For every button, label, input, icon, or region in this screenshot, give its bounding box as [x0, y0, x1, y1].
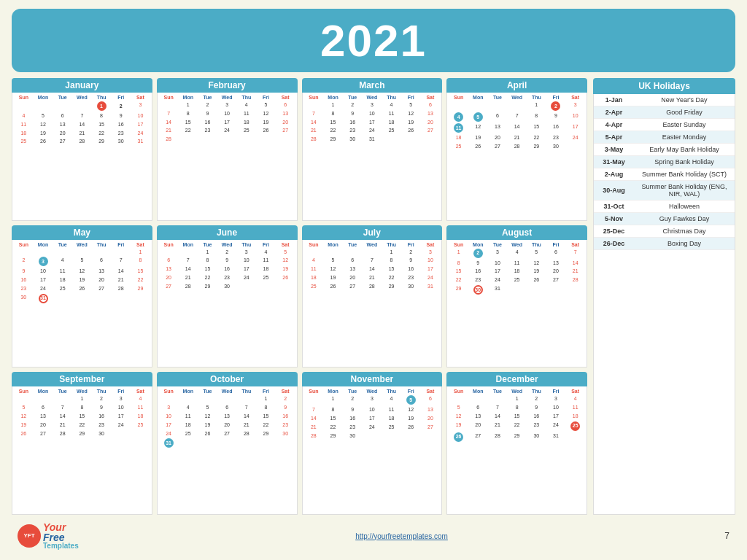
holiday-date: 30-Aug [594, 184, 634, 196]
holiday-name: Summer Bank Holiday (SCT) [634, 168, 735, 180]
day-cell: 14 [111, 267, 131, 276]
day-header-sun: Sun [14, 94, 34, 101]
day-cell: 24 [546, 421, 566, 432]
day-cell: 8 [131, 256, 150, 267]
day-cell: 17 [159, 421, 179, 429]
day-cell: 19 [198, 421, 217, 429]
day-cell: 20 [546, 267, 566, 276]
day-empty [72, 248, 92, 257]
day-header-mon: Mon [178, 241, 198, 248]
day-cell: 9 [546, 112, 566, 122]
day-header-tue: Tue [198, 388, 217, 394]
day-cell: 5 [468, 112, 488, 122]
day-cell: 17 [421, 265, 441, 273]
day-cell: 6 [546, 248, 566, 259]
day-empty [159, 248, 179, 257]
day-cell: 12 [401, 405, 421, 414]
day-cell: 4 [449, 112, 468, 122]
day-cell: 10 [159, 412, 179, 421]
day-cell: 29 [382, 282, 401, 291]
day-cell: 27 [421, 126, 441, 135]
month-block-march: MarchSunMonTueWedThuFriSat12345678910111… [302, 78, 443, 221]
month-grid-june: SunMonTueWedThuFriSat1234567891011121314… [157, 240, 298, 368]
day-cell: 6 [343, 256, 363, 265]
day-cell: 6 [421, 394, 441, 405]
day-cell: 21 [159, 126, 179, 135]
day-cell: 26 [468, 142, 488, 151]
day-cell: 19 [323, 273, 343, 282]
day-cell: 4 [382, 394, 401, 405]
day-cell: 11 [14, 120, 34, 129]
month-grid-july: SunMonTueWedThuFriSat1234567891011121314… [302, 240, 443, 368]
holiday-date: 26-Dec [594, 238, 634, 249]
day-cell: 6 [159, 256, 179, 265]
day-empty [468, 101, 488, 112]
day-cell: 11 [382, 405, 401, 414]
footer-url[interactable]: http://yourfreetemplates.com [79, 532, 725, 540]
day-cell: 18 [236, 118, 256, 127]
day-cell: 9 [343, 405, 363, 414]
month-grid-may: SunMonTueWedThuFriSat1234567891011121314… [12, 240, 152, 368]
footer: YFT Your Free Templates http://yourfreet… [12, 521, 735, 551]
holiday-row: 31-MaySpring Bank Holiday [594, 156, 735, 168]
holidays-table: 1-JanNew Year's Day2-AprGood Friday4-Apr… [593, 94, 735, 515]
day-cell: 11 [565, 403, 585, 412]
day-cell: 25 [14, 137, 34, 146]
day-header-thu: Thu [527, 388, 546, 394]
day-cell: 4 [14, 112, 34, 120]
day-cell: 16 [546, 122, 566, 133]
day-cell: 10 [488, 259, 508, 268]
day-header-thu: Thu [382, 388, 401, 394]
month-block-may: MaySunMonTueWedThuFriSat1234567891011121… [12, 225, 152, 368]
logo-templates: Templates [43, 542, 79, 550]
day-empty [488, 394, 508, 403]
day-header-thu: Thu [92, 94, 112, 101]
day-cell: 3 [217, 101, 237, 109]
day-cell: 23 [198, 126, 217, 135]
day-cell: 11 [131, 403, 150, 412]
day-header-mon: Mon [468, 241, 488, 248]
day-cell: 24 [488, 276, 508, 284]
day-cell: 13 [92, 267, 112, 276]
day-cell: 17 [34, 276, 53, 284]
day-cell: 24 [131, 129, 150, 138]
day-cell: 2 [217, 248, 237, 257]
day-cell: 5 [449, 403, 468, 412]
day-cell: 7 [304, 109, 324, 118]
day-cell: 13 [488, 122, 508, 133]
day-cell: 28 [178, 282, 198, 291]
day-cell: 9 [276, 403, 295, 412]
day-cell: 19 [401, 118, 421, 127]
logo-circle-text: YFT [23, 533, 34, 539]
day-cell: 18 [14, 129, 34, 138]
day-cell: 20 [217, 421, 237, 429]
day-cell: 8 [323, 405, 343, 414]
day-cell: 6 [34, 403, 53, 412]
page: 2021 JanuarySunMonTueWedThuFriSat1234567… [0, 0, 747, 560]
day-cell: 27 [92, 284, 112, 293]
day-cell: 31 [546, 432, 566, 443]
day-cell: 13 [34, 412, 53, 421]
day-cell: 30 [92, 429, 112, 438]
day-cell: 3 [159, 403, 179, 412]
day-cell: 10 [34, 267, 53, 276]
day-cell: 4 [236, 101, 256, 109]
day-header-wed: Wed [507, 94, 527, 101]
day-cell: 6 [217, 403, 237, 412]
day-cell: 15 [323, 414, 343, 423]
day-cell: 7 [236, 403, 256, 412]
day-cell: 21 [363, 273, 382, 282]
day-cell: 18 [565, 412, 585, 421]
day-cell: 17 [363, 414, 382, 423]
day-cell: 4 [131, 394, 150, 403]
day-cell: 30 [401, 282, 421, 291]
day-cell: 18 [178, 421, 198, 429]
day-cell: 27 [276, 126, 295, 135]
day-cell: 30 [276, 429, 295, 438]
holiday-date: 2-Apr [594, 106, 634, 118]
day-header-sun: Sun [14, 241, 34, 248]
day-empty [53, 101, 72, 112]
day-header-tue: Tue [343, 388, 363, 394]
day-cell: 25 [449, 142, 468, 151]
month-block-january: JanuarySunMonTueWedThuFriSat123456789101… [12, 78, 152, 221]
